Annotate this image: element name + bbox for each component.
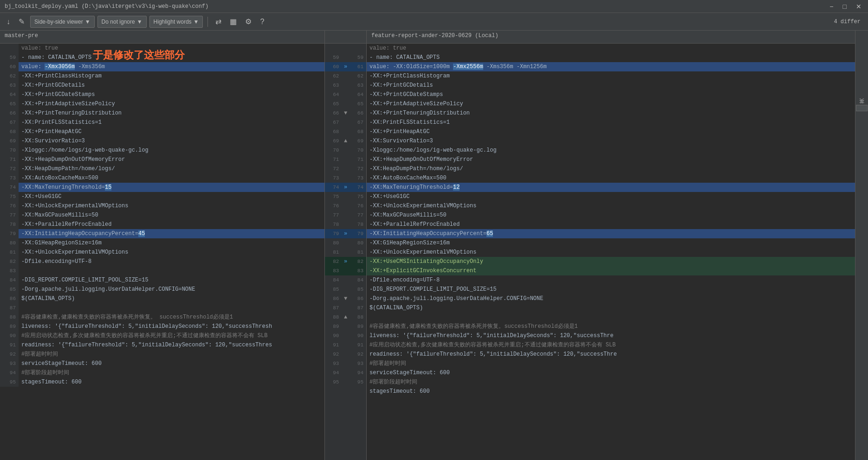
left-branch-label: master-pre	[0, 31, 325, 43]
table-row: 70 -Xloggc:/home/logs/ig-web-quake-gc.lo…	[0, 146, 324, 155]
branch-headers: master-pre feature-report-ander-2020-062…	[0, 31, 868, 44]
table-row: -XX:HeapDumpPath=/home/logs/	[367, 164, 868, 173]
left-branch-name: master-pre	[5, 32, 38, 39]
title-bar: bj_toolkit_deploy.yaml (D:\java\iterget\…	[0, 0, 868, 13]
gutter-header	[325, 31, 367, 43]
table-row: -XX:PrintFLSStatistics=1	[367, 118, 868, 127]
table-row: 69 -XX:SurvivorRatio=3	[0, 136, 324, 146]
left-diff-pane: value: true 59 - name: CATALINA_OPTS 60 …	[0, 44, 325, 460]
toolbar-separator-1	[207, 17, 208, 27]
gutter-row: 87 87	[325, 303, 366, 313]
right-branch-name: feature-report-ander-2020-0629 (Local)	[371, 32, 499, 39]
table-row: - name: CATALINA_OPTS	[367, 53, 868, 62]
gutter-row: 90 90	[325, 331, 366, 340]
table-row: 75 -XX:+UseG1GC	[0, 192, 324, 201]
table-row: 66 -XX:+PrintTenuringDistribution	[0, 109, 324, 118]
table-row: 84 -DIG_REPORT.COMPILE_LIMIT_POOL_SIZE=1…	[0, 275, 324, 285]
table-row: -XX:SurvivorRatio=3	[367, 136, 868, 146]
highlight-dropdown[interactable]: Highlight words ▼	[149, 16, 203, 28]
gutter-row: 66 ▼ 66	[325, 109, 366, 118]
table-row: serviceStageTimeout: 600	[367, 368, 868, 377]
ignore-chevron-icon: ▼	[137, 19, 143, 25]
gutter-row: 81 81	[325, 248, 366, 257]
table-row: 93 serviceStageTimeout: 600	[0, 359, 324, 368]
settings-icon[interactable]: ⚙	[242, 16, 254, 27]
table-row: #部署阶段超时时间	[367, 377, 868, 387]
side-panel-lang-button[interactable]: 英	[856, 105, 868, 111]
table-row: #部署超时时间	[367, 359, 868, 368]
table-row: 95 stagesTimeout: 600	[0, 377, 324, 387]
ignore-label: Do not ignore	[102, 19, 135, 25]
right-branch-label: feature-report-ander-2020-0629 (Local)	[367, 31, 868, 43]
table-row: 62 -XX:+PrintClassHistogram	[0, 71, 324, 81]
gutter-row: 92 92	[325, 350, 366, 359]
ignore-dropdown[interactable]: Do not ignore ▼	[97, 16, 147, 28]
table-row: 60 value: -Xmx3056m -Xms356m	[0, 62, 324, 71]
table-row: -XX:+ExplicitGCInvokesConcurrent	[367, 266, 868, 275]
window-title: bj_toolkit_deploy.yaml (D:\java\iterget\…	[5, 3, 208, 10]
table-row: 80 -XX:G1HeapRegionSize=16m	[0, 238, 324, 248]
table-row: 64 -XX:+PrintGCDateStamps	[0, 90, 324, 99]
gutter-row	[325, 44, 366, 53]
table-row: value: true	[0, 44, 324, 53]
viewer-label: Side-by-side viewer	[34, 19, 83, 25]
table-row: #应用启动状态检查,多次健康检查失败的容器将被杀死并重启;不通过健康检查的容器将…	[367, 340, 868, 350]
table-row: -XX:+PrintHeapAtGC	[367, 127, 868, 136]
gutter-row: 65 65	[325, 99, 366, 109]
table-row: 67 -XX:PrintFLSStatistics=1	[0, 118, 324, 127]
table-row: liveness: '{"failureThreshold": 5,"initi…	[367, 331, 868, 340]
table-row: -XX:+UnlockExperimentalVMOptions	[367, 248, 868, 257]
highlight-chevron-icon: ▼	[194, 19, 199, 25]
gutter-row: 95 95	[325, 377, 366, 387]
table-row: 68 -XX:+PrintHeapAtGC	[0, 127, 324, 136]
table-row: -XX:+UseG1GC	[367, 192, 868, 201]
gutter-row: 88 ▲ 88	[325, 313, 366, 322]
diff-container[interactable]: value: true 59 - name: CATALINA_OPTS 60 …	[0, 44, 868, 460]
sync-icon[interactable]: ⇄	[213, 16, 224, 27]
edit-button[interactable]: ✎	[16, 16, 27, 27]
gutter-row: 63 63	[325, 81, 366, 90]
gutter-row: 91 91	[325, 340, 366, 350]
table-row: -XX:+HeapDumpOnOutOfMemoryError	[367, 155, 868, 164]
gutter-row: 76 76	[325, 201, 366, 211]
table-row: #容器健康检查,健康检查失败的容器将被杀死并恢复。successThreshol…	[367, 322, 868, 331]
table-row: -Xloggc:/home/logs/ig-web-quake-gc.log	[367, 146, 868, 155]
gutter-row: 69 ▲ 69	[325, 136, 366, 146]
table-row: 74 -XX:MaxTenuringThreshold=15	[0, 183, 324, 192]
minimize-button[interactable]: −	[828, 3, 835, 10]
gutter-row: 70 70	[325, 146, 366, 155]
table-row: 76 -XX:+UnlockExperimentalVMOptions	[0, 201, 324, 211]
table-row: 59 - name: CATALINA_OPTS	[0, 53, 324, 62]
gutter-row: 75 75	[325, 192, 366, 201]
gutter-row: 64 64	[325, 90, 366, 99]
layout-icon[interactable]: ▦	[227, 16, 240, 27]
gutter-row: 59 59	[325, 53, 366, 62]
table-row: -Dorg.apache.juli.logging.UserDataHelper…	[367, 294, 868, 303]
table-row: 77 -XX:MaxGCPauseMillis=50	[0, 211, 324, 220]
gutter-row: 80 80	[325, 238, 366, 248]
table-row: 86 $(CATALINA_OPTS)	[0, 294, 324, 303]
table-row: 65 -XX:+PrintAdaptiveSizePolicy	[0, 99, 324, 109]
table-row: -XX:AutoBoxCacheMax=500	[367, 173, 868, 183]
gutter-row: 93 93	[325, 359, 366, 368]
gutter-row: 85 85	[325, 285, 366, 294]
help-icon[interactable]: ?	[257, 17, 267, 27]
close-button[interactable]: ✕	[854, 3, 863, 10]
table-row: 91 readiness: '{"failureThreshold": 5,"i…	[0, 340, 324, 350]
table-row: value: true	[367, 44, 868, 53]
window-controls[interactable]: − □ ✕	[828, 3, 863, 10]
table-row: -XX:+PrintGCDateStamps	[367, 90, 868, 99]
highlight-label: Highlight words	[154, 19, 192, 25]
gutter-row: 60 » 61	[325, 62, 366, 71]
prev-change-button[interactable]: ↓	[4, 17, 13, 27]
table-row: -XX:+ParallelRefProcEnabled	[367, 220, 868, 229]
restore-button[interactable]: □	[841, 3, 849, 10]
viewer-dropdown[interactable]: Side-by-side viewer ▼	[30, 16, 95, 28]
gutter-row: 62 62	[325, 71, 366, 81]
table-row: -XX:+UnlockExperimentalVMOptions	[367, 201, 868, 211]
table-row: -XX:+PrintClassHistogram	[367, 71, 868, 81]
gutter-row: 79 » 79	[325, 229, 366, 238]
table-row: 78 -XX:+ParallelRefProcEnabled	[0, 220, 324, 229]
table-row: -DIG_REPORT.COMPILE_LIMIT_POOL_SIZE=15	[367, 285, 868, 294]
table-row: 88 #容器健康检查,健康检查失败的容器将被杀死并恢复。 successThre…	[0, 313, 324, 322]
